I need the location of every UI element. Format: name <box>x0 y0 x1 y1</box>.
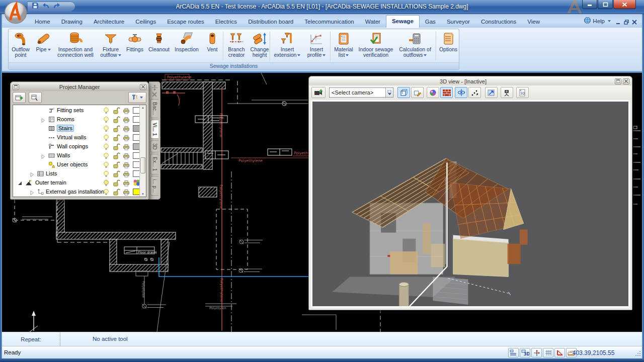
tree-row[interactable]: Fitting sets <box>13 106 139 115</box>
add-camera-button[interactable] <box>311 87 326 98</box>
visibility-bulb-icon[interactable] <box>103 125 110 133</box>
application-menu-button[interactable] <box>4 1 27 24</box>
3d-view-titlebar[interactable]: 3D view - [Inactive] <box>309 77 631 85</box>
lock-open-icon[interactable] <box>113 116 120 124</box>
3d-viewport[interactable] <box>311 100 630 308</box>
close-button[interactable] <box>613 0 636 9</box>
insert-extension-button[interactable]: Insert extension <box>272 31 303 63</box>
lock-open-icon[interactable] <box>113 152 120 160</box>
3d-restore-icon[interactable] <box>615 78 621 84</box>
tab-home[interactable]: Home <box>29 16 56 28</box>
fit-view-button[interactable] <box>485 87 498 98</box>
tree-row[interactable]: Outer terrain <box>13 178 139 188</box>
scrollbar-thumb[interactable] <box>140 157 145 173</box>
cleanout-button[interactable]: Cleanout <box>146 31 172 63</box>
tab-gas[interactable]: Gas <box>420 16 441 28</box>
layers-toggle-button[interactable] <box>508 348 519 357</box>
tab-surveyor[interactable]: Surveyor <box>441 16 475 28</box>
grid-toggle-button[interactable] <box>543 348 553 357</box>
save-3d-button[interactable]: 3D <box>516 87 529 98</box>
view-tab-ip[interactable]: i... p... <box>150 176 158 196</box>
tab-escape-routes[interactable]: Escape routes <box>162 16 210 28</box>
expander-collapsed-icon[interactable] <box>41 154 45 160</box>
view-tab-view1[interactable]: Vi... 1 <box>150 120 158 139</box>
materials-button[interactable] <box>440 87 453 98</box>
project-manager-titlebar[interactable]: Project Manager <box>11 82 148 91</box>
tree-row[interactable]: Wall copings <box>13 142 139 151</box>
indoor-sewage-verification-button[interactable]: Indoor sewage verification <box>355 31 397 63</box>
expander-collapsed-icon[interactable] <box>41 118 45 124</box>
minimize-button[interactable] <box>582 0 597 9</box>
tree-row-label[interactable]: Walls <box>57 152 70 158</box>
lock-open-icon[interactable] <box>113 143 120 151</box>
printer-icon[interactable] <box>123 125 130 133</box>
edit-view-button[interactable] <box>411 87 424 98</box>
outflow-point-button[interactable]: Outflow point <box>9 31 32 63</box>
tree-row-label[interactable]: Rooms <box>57 116 74 122</box>
camera-preview-button[interactable] <box>501 87 513 98</box>
dock-pin-icon[interactable] <box>152 85 157 90</box>
selected-pipe-line[interactable] <box>159 257 309 277</box>
scroll-up-icon[interactable]: ▲ <box>140 105 146 109</box>
tab-telecommunication[interactable]: Telecommunication <box>299 16 359 28</box>
visibility-bulb-icon[interactable] <box>103 170 110 178</box>
lock-open-icon[interactable] <box>113 161 120 169</box>
ortho-toggle-button[interactable] <box>554 348 565 357</box>
tab-drawing[interactable]: Drawing <box>56 16 88 28</box>
3d-close-icon[interactable] <box>623 78 629 84</box>
tree-row-label[interactable]: Fitting sets <box>57 107 84 113</box>
tree-row-label[interactable]: User objects <box>57 161 88 167</box>
visibility-bulb-icon[interactable] <box>103 189 110 197</box>
visibility-bulb-icon[interactable] <box>103 179 110 188</box>
panel-collapse-icon[interactable] <box>13 84 19 90</box>
material-list-button[interactable]: Material list <box>331 31 356 63</box>
camera-select-combo[interactable]: <Select camera> <box>329 87 393 98</box>
printer-icon[interactable] <box>123 107 130 115</box>
tab-view[interactable]: View <box>522 16 545 28</box>
visibility-bulb-icon[interactable] <box>103 134 110 142</box>
repeat-label[interactable]: Repeat: <box>2 332 60 346</box>
visibility-bulb-icon[interactable] <box>103 107 110 115</box>
visibility-bulb-icon[interactable] <box>103 161 110 169</box>
help-menu[interactable]: Help <box>584 17 611 25</box>
branch-creator-button[interactable]: Branch creator <box>225 31 248 63</box>
printer-icon[interactable] <box>123 179 130 188</box>
tree-row-selected[interactable]: Stairs <box>13 124 139 133</box>
orbit-button[interactable] <box>455 87 467 98</box>
printer-icon[interactable] <box>123 143 130 151</box>
expander-expanded-icon[interactable] <box>18 180 22 187</box>
tree-row-label[interactable]: External gas installation <box>46 189 104 195</box>
expander-collapsed-icon[interactable] <box>30 172 34 178</box>
panel-close-icon[interactable] <box>140 84 146 90</box>
doc-close-icon[interactable] <box>632 18 637 27</box>
pipe-button[interactable]: Pipe <box>33 31 53 63</box>
lock-open-icon[interactable] <box>113 134 120 142</box>
tab-sewage[interactable]: Sewage <box>386 15 420 28</box>
tab-distribution-board[interactable]: Distribution board <box>243 16 299 28</box>
calculation-of-outflows-button[interactable]: Calculation of outflows <box>395 31 435 63</box>
tree-row[interactable]: Virtual walls <box>13 133 139 142</box>
visibility-bulb-icon[interactable] <box>103 143 110 151</box>
visibility-bulb-icon[interactable] <box>103 116 110 124</box>
tab-electrics[interactable]: Electrics <box>210 16 243 28</box>
3d-mode-button[interactable]: 3D <box>520 348 530 357</box>
render-mode-button[interactable] <box>427 87 439 98</box>
printer-icon[interactable] <box>123 152 130 160</box>
tab-constructions[interactable]: Constructions <box>475 16 522 28</box>
tab-ceilings[interactable]: Ceilings <box>130 16 162 28</box>
filter-dropdown[interactable] <box>128 92 146 103</box>
walk-button[interactable] <box>468 87 481 98</box>
printer-icon[interactable] <box>123 161 130 169</box>
expander-collapsed-icon[interactable] <box>30 190 34 196</box>
tree-row-label[interactable]: Lists <box>46 170 57 176</box>
tree-row-label[interactable]: Wall copings <box>57 143 88 149</box>
title-bar[interactable]: ArCADia 5.5 EN - Test license - ArCADia … <box>0 0 644 14</box>
doc-minimize-icon[interactable] <box>616 18 621 27</box>
change-height-button[interactable]: Change height <box>248 31 271 63</box>
tab-architecture[interactable]: Architecture <box>88 16 130 28</box>
snap-toggle-button[interactable] <box>531 348 542 357</box>
lock-open-icon[interactable] <box>113 189 120 197</box>
fittings-button[interactable]: Fittings <box>124 31 146 63</box>
view-tab-background[interactable]: Bac... <box>150 99 158 118</box>
insert-profile-button[interactable]: Insert profile <box>303 31 330 63</box>
